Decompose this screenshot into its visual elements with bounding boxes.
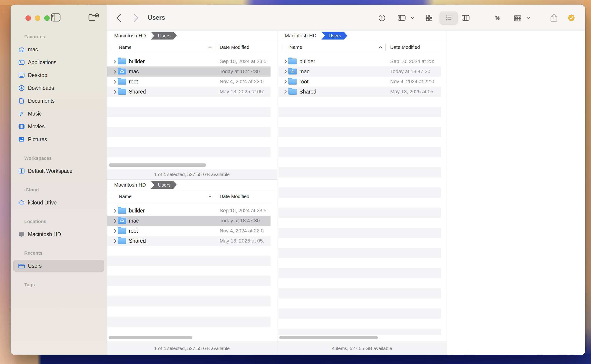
new-folder-button[interactable] (88, 12, 99, 23)
file-date: May 13, 2025 at 05: (220, 238, 264, 244)
column-header-row: Name Date Modified (107, 190, 271, 202)
back-button[interactable] (113, 13, 123, 23)
sidebar-toggle-icon (51, 13, 60, 22)
split-view-menu-button[interactable] (409, 15, 416, 20)
verified-badge-button[interactable] (566, 13, 576, 23)
horizontal-scrollbar[interactable] (109, 336, 192, 339)
sidebar-section-tags: Tags (24, 282, 35, 287)
disclosure-chevron-icon[interactable] (114, 90, 117, 94)
file-row-mac[interactable]: mac Today at 18:47:30 (278, 66, 441, 77)
sidebar-section-locations: Locations (24, 219, 46, 224)
sidebar-item-music[interactable]: Music (13, 108, 104, 120)
column-header-name[interactable]: Name (289, 41, 302, 53)
breadcrumb-volume[interactable]: Macintosh HD (285, 33, 316, 39)
column-header-name[interactable]: Name (119, 41, 132, 53)
close-button[interactable] (26, 15, 31, 21)
file-row-builder[interactable]: builder Sep 10, 2024 at 23:5 (107, 206, 271, 216)
column-header-name[interactable]: Name (119, 190, 132, 202)
file-date: Sep 10, 2024 at 23:5 (220, 58, 266, 65)
file-date: Sep 10, 2024 at 23:5 (220, 208, 266, 214)
status-bar: 1 of 4 selected, 527.55 GB available (107, 342, 277, 355)
column-header-date[interactable]: Date Modified (220, 190, 249, 202)
disclosure-chevron-icon[interactable] (114, 239, 117, 243)
horizontal-scrollbar[interactable] (109, 163, 206, 167)
status-text: 1 of 4 selected, 527.55 GB available (154, 172, 229, 177)
breadcrumb: Macintosh HD Users (107, 180, 277, 190)
sidebar-item-label: mac (28, 46, 38, 53)
column-divider[interactable] (215, 44, 215, 51)
wallpaper-top-strip (0, 0, 591, 5)
disclosure-chevron-icon[interactable] (114, 229, 117, 233)
disclosure-chevron-icon[interactable] (114, 69, 117, 74)
sort-button[interactable] (493, 13, 502, 23)
sidebar-item-pictures[interactable]: Pictures (13, 133, 104, 145)
sidebar-item-icloud-drive[interactable]: iCloud Drive (13, 197, 104, 208)
disclosure-chevron-icon[interactable] (284, 90, 287, 94)
breadcrumb-current-tag[interactable]: Users (151, 32, 177, 40)
minimize-button[interactable] (35, 15, 40, 21)
home-folder-icon (118, 69, 126, 74)
file-row-root[interactable]: root Nov 4, 2024 at 22:0 (107, 77, 271, 87)
column-divider[interactable] (385, 44, 386, 51)
breadcrumb: Macintosh HD Users (107, 31, 277, 41)
column-divider[interactable] (215, 193, 215, 200)
chevron-down-icon (411, 17, 415, 19)
toggle-sidebar-button[interactable] (51, 12, 61, 23)
get-info-button[interactable] (377, 13, 387, 23)
sort-ascending-icon (208, 195, 212, 198)
split-view-button[interactable] (396, 13, 407, 23)
list-view-button[interactable] (444, 13, 454, 23)
sidebar-item-downloads[interactable]: Downloads (13, 82, 104, 94)
forward-button[interactable] (131, 13, 141, 23)
sidebar-item-documents[interactable]: Documents (13, 95, 104, 107)
disclosure-chevron-icon[interactable] (284, 69, 287, 74)
file-row-mac[interactable]: mac Today at 18:47:30 (107, 66, 271, 77)
column-header-date[interactable]: Date Modified (220, 41, 249, 53)
file-row-root[interactable]: root Nov 4, 2024 at 22:0 (107, 226, 271, 236)
file-date: Nov 4, 2024 at 22:0 (220, 79, 264, 84)
folder-icon (288, 89, 297, 95)
sidebar-item-desktop[interactable]: Desktop (13, 69, 104, 81)
breadcrumb-current-tag[interactable]: Users (151, 181, 177, 189)
zoom-button[interactable] (44, 15, 50, 21)
disclosure-chevron-icon[interactable] (114, 59, 117, 64)
column-view-button[interactable] (461, 13, 471, 23)
split-view-icon (396, 13, 407, 23)
list-stripes (278, 56, 441, 335)
sidebar-section-icloud: iCloud (24, 187, 39, 193)
breadcrumb-volume[interactable]: Macintosh HD (114, 33, 146, 39)
file-name: Shared (129, 89, 146, 95)
file-row-builder[interactable]: builder Sep 10, 2024 at 23:5 (107, 56, 271, 66)
disclosure-chevron-icon[interactable] (284, 59, 287, 64)
file-date: May 13, 2025 at 05: (390, 89, 435, 95)
file-row-mac[interactable]: mac Today at 18:47:30 (107, 216, 271, 226)
disclosure-chevron-icon[interactable] (114, 219, 117, 223)
horizontal-scrollbar[interactable] (279, 336, 378, 339)
sidebar-item-macintosh-hd[interactable]: Macintosh HD (13, 228, 104, 240)
content-area: Macintosh HD Users Name Date Modified bu… (107, 31, 585, 355)
group-menu-button[interactable] (525, 15, 531, 20)
group-button[interactable] (512, 13, 522, 23)
sidebar-item-default-workspace[interactable]: Default Workspace (13, 165, 104, 177)
folder-icon (288, 79, 297, 84)
status-text: 4 items, 527.55 GB available (332, 346, 392, 351)
column-header-date[interactable]: Date Modified (390, 41, 420, 53)
sidebar-item-applications[interactable]: Applications (13, 56, 104, 68)
file-row-shared[interactable]: Shared May 13, 2025 at 05: (107, 236, 271, 246)
sidebar-item-movies[interactable]: Movies (13, 121, 104, 132)
sidebar-item-mac[interactable]: mac (13, 44, 104, 55)
breadcrumb-current-tag[interactable]: Users (321, 32, 347, 40)
file-row-builder[interactable]: builder Sep 10, 2024 at 23: (278, 56, 441, 66)
disclosure-chevron-icon[interactable] (114, 79, 117, 84)
share-button[interactable] (549, 12, 559, 23)
disclosure-chevron-icon[interactable] (284, 79, 287, 84)
file-row-root[interactable]: root Nov 4, 2024 at 22:0 (278, 77, 441, 87)
sidebar-item-label: Music (28, 111, 42, 117)
folder-icon (118, 228, 126, 234)
disclosure-chevron-icon[interactable] (114, 208, 117, 213)
sidebar-item-users[interactable]: Users (13, 260, 104, 272)
file-row-shared[interactable]: Shared May 13, 2025 at 05: (278, 87, 441, 97)
breadcrumb-volume[interactable]: Macintosh HD (114, 182, 146, 188)
file-row-shared[interactable]: Shared May 13, 2025 at 05: (107, 87, 271, 97)
icon-view-button[interactable] (424, 13, 434, 23)
